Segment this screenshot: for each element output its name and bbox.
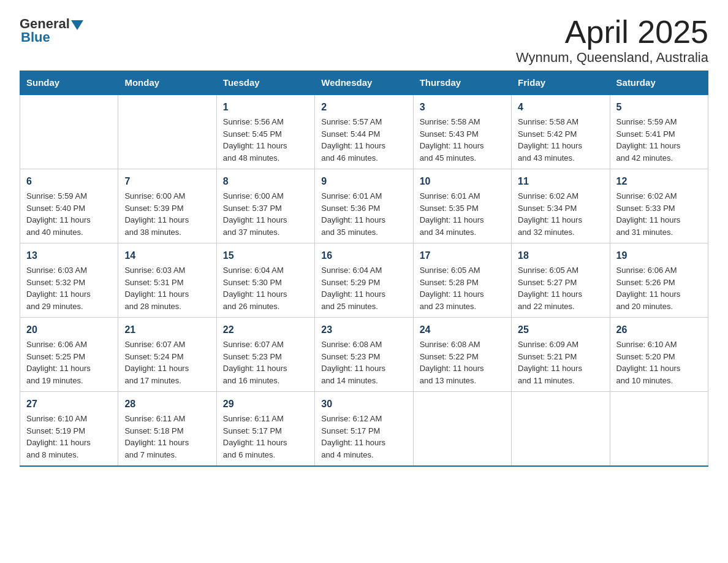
day-info: Sunrise: 5:57 AMSunset: 5:44 PMDaylight:… (321, 116, 406, 164)
header-row: SundayMondayTuesdayWednesdayThursdayFrid… (20, 71, 708, 95)
day-info: Sunrise: 6:10 AMSunset: 5:20 PMDaylight:… (616, 339, 702, 386)
day-number: 2 (321, 100, 406, 115)
column-header-thursday: Thursday (413, 71, 511, 95)
day-info: Sunrise: 6:08 AMSunset: 5:22 PMDaylight:… (420, 339, 505, 386)
calendar-cell: 12Sunrise: 6:02 AMSunset: 5:33 PMDayligh… (610, 169, 708, 243)
day-info: Sunrise: 6:04 AMSunset: 5:29 PMDaylight:… (321, 264, 406, 312)
calendar-cell: 1Sunrise: 5:56 AMSunset: 5:45 PMDaylight… (216, 94, 314, 169)
day-info: Sunrise: 6:05 AMSunset: 5:27 PMDaylight:… (518, 264, 603, 312)
day-number: 8 (223, 174, 308, 189)
week-row-1: 1Sunrise: 5:56 AMSunset: 5:45 PMDaylight… (20, 94, 708, 169)
day-info: Sunrise: 6:07 AMSunset: 5:23 PMDaylight:… (223, 339, 308, 386)
calendar-cell: 23Sunrise: 6:08 AMSunset: 5:23 PMDayligh… (315, 318, 413, 392)
calendar-cell: 11Sunrise: 6:02 AMSunset: 5:34 PMDayligh… (512, 169, 610, 243)
calendar-cell: 5Sunrise: 5:59 AMSunset: 5:41 PMDaylight… (610, 94, 708, 169)
column-header-monday: Monday (118, 71, 216, 95)
logo-blue-text: Blue (21, 29, 50, 45)
week-row-3: 13Sunrise: 6:03 AMSunset: 5:32 PMDayligh… (20, 243, 708, 318)
day-info: Sunrise: 6:02 AMSunset: 5:33 PMDaylight:… (616, 190, 702, 238)
calendar-cell: 30Sunrise: 6:12 AMSunset: 5:17 PMDayligh… (315, 392, 413, 467)
page-title: April 2025 (516, 15, 708, 50)
column-header-wednesday: Wednesday (315, 71, 413, 95)
calendar-cell: 29Sunrise: 6:11 AMSunset: 5:17 PMDayligh… (216, 392, 314, 467)
calendar-cell: 22Sunrise: 6:07 AMSunset: 5:23 PMDayligh… (216, 318, 314, 392)
calendar-cell: 10Sunrise: 6:01 AMSunset: 5:35 PMDayligh… (413, 169, 511, 243)
calendar-cell: 19Sunrise: 6:06 AMSunset: 5:26 PMDayligh… (610, 243, 708, 318)
day-number: 21 (124, 323, 210, 337)
day-number: 18 (518, 248, 603, 263)
day-number: 29 (223, 397, 308, 412)
day-info: Sunrise: 5:56 AMSunset: 5:45 PMDaylight:… (223, 116, 308, 164)
day-info: Sunrise: 6:09 AMSunset: 5:21 PMDaylight:… (518, 339, 603, 386)
day-info: Sunrise: 6:10 AMSunset: 5:19 PMDaylight:… (26, 413, 112, 461)
calendar-cell: 17Sunrise: 6:05 AMSunset: 5:28 PMDayligh… (413, 243, 511, 318)
day-info: Sunrise: 6:02 AMSunset: 5:34 PMDaylight:… (518, 190, 603, 238)
calendar-cell: 4Sunrise: 5:58 AMSunset: 5:42 PMDaylight… (512, 94, 610, 169)
page-subtitle: Wynnum, Queensland, Australia (516, 50, 708, 66)
day-number: 25 (518, 323, 603, 337)
day-number: 9 (321, 174, 406, 189)
logo: General Blue (20, 15, 85, 45)
logo-general-text: General (20, 17, 70, 31)
day-info: Sunrise: 6:03 AMSunset: 5:31 PMDaylight:… (124, 264, 210, 312)
week-row-4: 20Sunrise: 6:06 AMSunset: 5:25 PMDayligh… (20, 318, 708, 392)
day-number: 10 (420, 174, 505, 189)
calendar-cell: 6Sunrise: 5:59 AMSunset: 5:40 PMDaylight… (20, 169, 118, 243)
week-row-5: 27Sunrise: 6:10 AMSunset: 5:19 PMDayligh… (20, 392, 708, 467)
calendar-cell (512, 392, 610, 467)
day-number: 16 (321, 248, 406, 263)
day-number: 27 (26, 397, 112, 412)
calendar-cell: 28Sunrise: 6:11 AMSunset: 5:18 PMDayligh… (118, 392, 216, 467)
day-info: Sunrise: 6:01 AMSunset: 5:36 PMDaylight:… (321, 190, 406, 238)
logo-arrow-icon (71, 20, 83, 30)
day-info: Sunrise: 6:00 AMSunset: 5:39 PMDaylight:… (124, 190, 210, 238)
calendar-cell: 18Sunrise: 6:05 AMSunset: 5:27 PMDayligh… (512, 243, 610, 318)
column-header-friday: Friday (512, 71, 610, 95)
calendar-cell: 24Sunrise: 6:08 AMSunset: 5:22 PMDayligh… (413, 318, 511, 392)
day-number: 13 (26, 248, 112, 263)
day-number: 30 (321, 397, 406, 412)
calendar-cell (610, 392, 708, 467)
calendar-cell: 26Sunrise: 6:10 AMSunset: 5:20 PMDayligh… (610, 318, 708, 392)
calendar-cell (413, 392, 511, 467)
calendar-cell: 27Sunrise: 6:10 AMSunset: 5:19 PMDayligh… (20, 392, 118, 467)
day-info: Sunrise: 5:59 AMSunset: 5:40 PMDaylight:… (26, 190, 112, 238)
calendar-cell: 7Sunrise: 6:00 AMSunset: 5:39 PMDaylight… (118, 169, 216, 243)
calendar-cell (118, 94, 216, 169)
calendar-table: SundayMondayTuesdayWednesdayThursdayFrid… (20, 71, 708, 467)
calendar-cell: 20Sunrise: 6:06 AMSunset: 5:25 PMDayligh… (20, 318, 118, 392)
day-number: 23 (321, 323, 406, 337)
day-number: 14 (124, 248, 210, 263)
calendar-cell: 25Sunrise: 6:09 AMSunset: 5:21 PMDayligh… (512, 318, 610, 392)
day-info: Sunrise: 5:59 AMSunset: 5:41 PMDaylight:… (616, 116, 702, 164)
day-number: 7 (124, 174, 210, 189)
week-row-2: 6Sunrise: 5:59 AMSunset: 5:40 PMDaylight… (20, 169, 708, 243)
calendar-cell: 9Sunrise: 6:01 AMSunset: 5:36 PMDaylight… (315, 169, 413, 243)
day-number: 17 (420, 248, 505, 263)
calendar-cell: 3Sunrise: 5:58 AMSunset: 5:43 PMDaylight… (413, 94, 511, 169)
day-info: Sunrise: 6:04 AMSunset: 5:30 PMDaylight:… (223, 264, 308, 312)
day-info: Sunrise: 5:58 AMSunset: 5:43 PMDaylight:… (420, 116, 505, 164)
day-number: 11 (518, 174, 603, 189)
column-header-saturday: Saturday (610, 71, 708, 95)
day-number: 6 (26, 174, 112, 189)
calendar-cell: 14Sunrise: 6:03 AMSunset: 5:31 PMDayligh… (118, 243, 216, 318)
page-header: General Blue April 2025 Wynnum, Queensla… (20, 15, 708, 66)
calendar-cell: 13Sunrise: 6:03 AMSunset: 5:32 PMDayligh… (20, 243, 118, 318)
calendar-cell: 8Sunrise: 6:00 AMSunset: 5:37 PMDaylight… (216, 169, 314, 243)
column-header-sunday: Sunday (20, 71, 118, 95)
calendar-cell: 15Sunrise: 6:04 AMSunset: 5:30 PMDayligh… (216, 243, 314, 318)
day-info: Sunrise: 6:00 AMSunset: 5:37 PMDaylight:… (223, 190, 308, 238)
calendar-cell (20, 94, 118, 169)
title-block: April 2025 Wynnum, Queensland, Australia (516, 15, 708, 66)
day-info: Sunrise: 6:11 AMSunset: 5:17 PMDaylight:… (223, 413, 308, 461)
day-number: 24 (420, 323, 505, 337)
day-info: Sunrise: 6:07 AMSunset: 5:24 PMDaylight:… (124, 339, 210, 386)
column-header-tuesday: Tuesday (216, 71, 314, 95)
calendar-header: SundayMondayTuesdayWednesdayThursdayFrid… (20, 71, 708, 95)
day-info: Sunrise: 6:05 AMSunset: 5:28 PMDaylight:… (420, 264, 505, 312)
day-info: Sunrise: 6:12 AMSunset: 5:17 PMDaylight:… (321, 413, 406, 461)
day-info: Sunrise: 6:06 AMSunset: 5:26 PMDaylight:… (616, 264, 702, 312)
day-number: 12 (616, 174, 702, 189)
day-number: 1 (223, 100, 308, 115)
